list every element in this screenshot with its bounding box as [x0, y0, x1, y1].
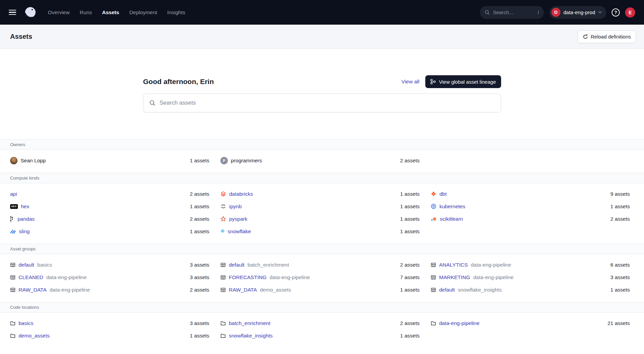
- location-link[interactable]: snowflake_insights: [229, 333, 273, 339]
- location-row: data-eng-pipeline 21 assets: [431, 317, 630, 329]
- asset-count: 1 assets: [400, 203, 420, 210]
- location-link[interactable]: basics: [19, 320, 33, 326]
- hex-icon: HEX: [10, 204, 18, 209]
- location-link[interactable]: batch_enrichment: [229, 320, 270, 326]
- nav-item-deployment[interactable]: Deployment: [129, 9, 157, 16]
- kind-row-scikitlearn: scikitlearn 2 assets: [431, 213, 630, 225]
- kind-link[interactable]: pyspark: [229, 216, 247, 222]
- code-locations-grid: basics 3 assets batch_enrichment 2 asset…: [0, 312, 644, 348]
- compute-kinds-grid: api 2 assets databricks 1 assets dbt 9 a…: [0, 183, 644, 244]
- table-icon: [10, 262, 16, 268]
- view-all-link[interactable]: View all: [401, 79, 419, 85]
- deployment-switcher[interactable]: D data-eng-prod: [549, 6, 606, 19]
- asset-count: 2 assets: [610, 216, 630, 222]
- asset-count: 2 assets: [400, 158, 420, 164]
- kind-link[interactable]: pandas: [18, 216, 35, 222]
- kind-link[interactable]: dbt: [439, 191, 447, 197]
- group-link[interactable]: default: [19, 262, 34, 268]
- page-header: Assets Reload definitions: [0, 25, 644, 49]
- location-row: batch_enrichment 2 assets: [220, 317, 420, 329]
- asset-count: 1 assets: [190, 228, 209, 235]
- dbt-icon: [431, 191, 436, 197]
- kind-row-hex: HEX hex 1 assets: [10, 200, 209, 213]
- group-link[interactable]: default: [439, 287, 455, 293]
- group-location: basics: [37, 262, 52, 268]
- snowflake-icon: ❄: [220, 229, 225, 234]
- search-shortcut-hint: /: [538, 9, 539, 15]
- kind-link[interactable]: snowflake: [228, 228, 251, 235]
- asset-count: 1 assets: [610, 203, 630, 210]
- kind-link[interactable]: scikitlearn: [440, 216, 463, 222]
- menu-icon[interactable]: [9, 10, 16, 15]
- folder-icon: [220, 321, 226, 326]
- folder-icon: [10, 333, 16, 338]
- kind-row-sling: sling 1 assets: [10, 225, 209, 238]
- asset-count: 1 assets: [190, 333, 209, 339]
- help-icon[interactable]: ?: [612, 8, 620, 17]
- folder-icon: [220, 333, 226, 338]
- kind-row-pandas: pandas 2 assets: [10, 213, 209, 225]
- group-link[interactable]: default: [229, 262, 245, 268]
- asset-count: 2 assets: [190, 287, 209, 293]
- asset-groups-grid: default basics 3 assets default batch_en…: [0, 254, 644, 302]
- primary-nav: Overview Runs Assets Deployment Insights: [48, 9, 185, 16]
- folder-icon: [10, 321, 16, 326]
- section-label-code-locations: Code locations: [0, 302, 644, 312]
- group-row: default basics 3 assets: [10, 258, 209, 271]
- section-label-owners: Owners: [0, 139, 644, 150]
- nav-item-assets[interactable]: Assets: [102, 9, 119, 16]
- global-search-input[interactable]: [492, 9, 535, 16]
- deployment-name: data-eng-prod: [563, 9, 595, 15]
- group-row: RAW_DATA data-eng-pipeline 2 assets: [10, 283, 209, 296]
- asset-count: 2 assets: [190, 216, 209, 222]
- dagster-logo-icon[interactable]: [24, 6, 37, 19]
- group-link[interactable]: CLEANED: [19, 274, 43, 280]
- kind-link[interactable]: hex: [21, 203, 29, 210]
- group-location: data-eng-pipeline: [46, 274, 87, 280]
- top-navigation-bar: Overview Runs Assets Deployment Insights…: [0, 0, 644, 25]
- group-link[interactable]: ANALYTICS: [439, 262, 468, 268]
- location-link[interactable]: data-eng-pipeline: [439, 320, 480, 326]
- kind-link[interactable]: ipynb: [229, 203, 242, 210]
- global-search[interactable]: /: [480, 6, 544, 19]
- owner-name[interactable]: programmers: [231, 158, 262, 164]
- asset-search-input[interactable]: [159, 99, 495, 107]
- owners-grid: Sean Lopp 1 assets P programmers 2 asset…: [0, 150, 644, 173]
- nav-item-runs[interactable]: Runs: [80, 9, 92, 16]
- group-link[interactable]: RAW_DATA: [19, 287, 47, 293]
- table-icon: [10, 287, 16, 293]
- kind-link[interactable]: api: [10, 191, 17, 197]
- kind-link[interactable]: sling: [19, 228, 30, 235]
- kind-link[interactable]: databricks: [229, 191, 253, 197]
- owner-name[interactable]: Sean Lopp: [21, 158, 46, 164]
- kind-row-api: api 2 assets: [10, 188, 209, 200]
- group-link[interactable]: MARKETING: [439, 274, 470, 280]
- nav-item-insights[interactable]: Insights: [167, 9, 185, 16]
- asset-count: 6 assets: [610, 262, 630, 268]
- owner-photo-avatar: [10, 157, 18, 164]
- kind-row-pyspark: pyspark 1 assets: [220, 213, 420, 225]
- asset-count: 1 assets: [400, 287, 420, 293]
- table-icon: [431, 262, 436, 268]
- ipynb-icon: [220, 203, 226, 209]
- asset-count: 1 assets: [190, 158, 209, 164]
- group-link[interactable]: RAW_DATA: [229, 287, 257, 293]
- kind-row-snowflake: ❄ snowflake 1 assets: [220, 225, 420, 238]
- search-icon: [485, 10, 490, 15]
- pandas-icon: [10, 216, 14, 222]
- group-row: default batch_enrichment 2 assets: [220, 258, 420, 271]
- asset-search-box[interactable]: [143, 93, 501, 112]
- location-row: basics 3 assets: [10, 317, 209, 329]
- reload-definitions-button[interactable]: Reload definitions: [578, 30, 636, 43]
- table-icon: [220, 287, 226, 293]
- asset-count: 3 assets: [190, 274, 209, 280]
- location-link[interactable]: demo_assets: [19, 333, 50, 339]
- nav-item-overview[interactable]: Overview: [48, 9, 70, 16]
- kind-link[interactable]: kubernetes: [439, 203, 465, 210]
- hero-section: Good afternoon, Erin View all View globa…: [143, 75, 501, 112]
- deployment-badge: D: [551, 8, 560, 17]
- user-avatar[interactable]: E: [625, 7, 635, 18]
- view-global-asset-lineage-button[interactable]: View global asset lineage: [425, 75, 501, 88]
- folder-icon: [431, 321, 436, 326]
- group-link[interactable]: FORECASTING: [229, 274, 267, 280]
